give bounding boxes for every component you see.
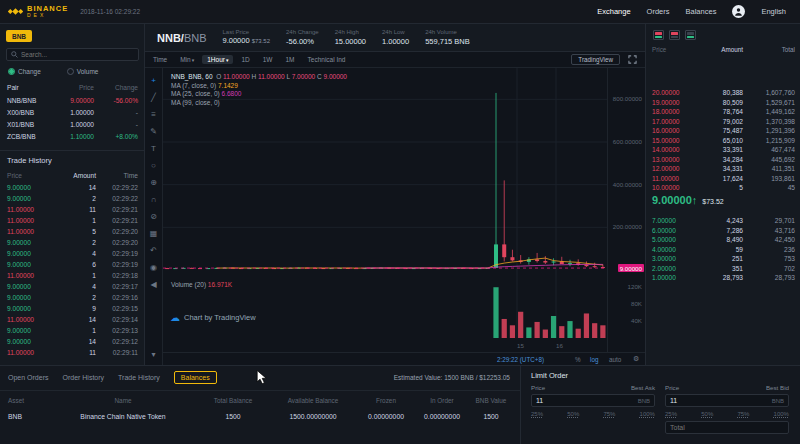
buy-percent-links: 25%50%75%100% [531,411,655,417]
bid-row[interactable]: 7.000004,24329,701 [646,216,800,226]
auto-scale-button[interactable]: auto [609,356,621,363]
collapse-left-icon[interactable]: ◀ [147,277,161,291]
trade-time: 02:29:17 [96,283,138,290]
shapes-icon[interactable]: ○ [147,158,161,172]
bid-row[interactable]: 2.00000351702 [646,264,800,274]
chart-footer: 2:29:22 (UTC+8) % log auto ⚙ [163,352,645,365]
percent-scale-button[interactable]: % [575,356,581,363]
zoom-icon[interactable]: ⊕ [147,175,161,189]
ask-row[interactable]: 15.0000065,0101,215,909 [646,136,800,146]
undo-icon[interactable]: ↶ [147,243,161,257]
interval-1hour[interactable]: 1Hour▾ [202,55,233,64]
magnet-icon[interactable]: ∩ [147,192,161,206]
bid-row[interactable]: 1.0000028,79328,793 [646,273,800,283]
buy-price-label: Price [531,384,545,391]
brush-icon[interactable]: ✎ [147,124,161,138]
ask-row[interactable]: 19.0000080,5091,529,671 [646,98,800,108]
chart-toolbar: TimeMin▾1Hour▾1D1W1M Technical Ind Tradi… [145,52,645,68]
language-selector[interactable]: English [761,7,786,16]
nav-balances[interactable]: Balances [686,7,717,16]
interval-1w[interactable]: 1W [258,55,278,64]
hide-drawings-icon[interactable]: ⊘ [147,209,161,223]
tradingview-watermark[interactable]: ☁ Chart by TradingView [170,312,256,323]
snapshot-icon[interactable]: ◉ [147,260,161,274]
trade-price: 9.00000 [7,195,51,202]
technical-ind-button[interactable]: Technical Ind [303,55,351,64]
total-input[interactable] [670,424,784,431]
bid-amount: 4,243 [696,217,743,224]
buy-percent-100[interactable]: 100% [640,411,655,417]
pair-row[interactable]: X01/BNB1.00000- [0,118,145,130]
buy-price-input[interactable] [536,397,638,404]
ask-total: 411,351 [743,165,795,172]
pair-name: ZCB/BNB [7,133,55,140]
top-bar: BINANCE DEX 2018-11-16 02:29:22 Exchange… [0,0,800,24]
object-tree-icon[interactable]: ▦ [147,226,161,240]
book-mode-bids-icon[interactable] [685,30,696,40]
ask-row[interactable]: 14.0000033,391467,474 [646,145,800,155]
market-tab-bnb[interactable]: BNB [6,30,32,42]
collapse-toolbar-icon[interactable]: ▾ [147,347,161,361]
tradingview-button[interactable]: TradingView [571,54,620,65]
bid-row[interactable]: 6.000007,28643,716 [646,226,800,236]
nav-exchange[interactable]: Exchange [597,7,630,16]
interval-1m[interactable]: 1M [281,55,300,64]
ask-total: 1,529,671 [743,99,795,106]
trade-time: 02:29:20 [96,239,138,246]
pair-row[interactable]: X00/BNB1.00000- [0,106,145,118]
sell-price-input[interactable] [670,397,772,404]
ask-row[interactable]: 13.0000034,284445,692 [646,155,800,165]
tab-trade-history[interactable]: Trade History [118,374,160,381]
bid-row[interactable]: 5.000008,49042,450 [646,235,800,245]
binance-dex-logo[interactable]: BINANCE DEX [8,4,68,19]
tab-order-history[interactable]: Order History [62,374,104,381]
log-scale-button[interactable]: log [590,356,598,363]
interval-min[interactable]: Min▾ [175,55,199,64]
pair-row[interactable]: ZCB/BNB1.10000+8.00% [0,130,145,142]
tab-open-orders[interactable]: Open Orders [8,374,48,381]
buy-percent-25[interactable]: 25% [531,411,543,417]
ask-row[interactable]: 10.00000545 [646,183,800,193]
buy-percent-75[interactable]: 75% [603,411,615,417]
pair-change: -56.00% [94,97,138,104]
sell-percent-25[interactable]: 25% [665,411,677,417]
chart-settings-gear-icon[interactable]: ⚙ [633,355,639,363]
sell-form: Price Best Bid BNB 25%50%75%100% [665,384,789,434]
bid-row[interactable]: 4.0000059236 [646,245,800,255]
radio-change[interactable]: Change [8,68,41,75]
buy-percent-50[interactable]: 50% [567,411,579,417]
trade-row: 9.00000202:29:22 [0,193,145,204]
interval-1d[interactable]: 1D [236,55,254,64]
book-mode-all-icon[interactable] [653,30,664,40]
trade-row: 9.00000602:29:19 [0,259,145,270]
best-bid-link[interactable]: Best Bid [766,384,789,391]
ask-row[interactable]: 20.0000080,3881,607,760 [646,88,800,98]
account-avatar-icon[interactable] [732,5,745,18]
book-mode-asks-icon[interactable] [669,30,680,40]
sell-percent-100[interactable]: 100% [774,411,789,417]
ask-amount: 34,284 [696,156,743,163]
nav-orders[interactable]: Orders [647,7,670,16]
radio-volume[interactable]: Volume [67,68,99,75]
best-ask-link[interactable]: Best Ask [631,384,655,391]
ask-row[interactable]: 11.0000017,624193,861 [646,174,800,184]
price-axis[interactable]: 800.00000600.00000400.00000200.00000120K… [607,68,645,365]
ask-row[interactable]: 12.0000034,331411,351 [646,164,800,174]
ask-row[interactable]: 17.0000079,0021,370,398 [646,117,800,127]
ask-row[interactable]: 16.0000075,4871,291,396 [646,126,800,136]
tab-balances[interactable]: Balances [174,371,217,384]
bottom-panel: Open OrdersOrder HistoryTrade HistoryBal… [0,365,520,444]
bid-row[interactable]: 3.00000251753 [646,254,800,264]
fib-retracement-icon[interactable]: ≡ [147,107,161,121]
crosshair-icon[interactable]: + [147,73,161,87]
trend-line-icon[interactable]: ╱ [147,90,161,104]
sell-percent-75[interactable]: 75% [737,411,749,417]
search-input[interactable] [21,51,131,58]
fullscreen-icon[interactable] [628,55,637,65]
sell-percent-50[interactable]: 50% [701,411,713,417]
text-tool-icon[interactable]: T [147,141,161,155]
interval-time[interactable]: Time [148,55,172,64]
pair-search[interactable] [6,48,139,61]
ask-row[interactable]: 18.0000078,7641,449,162 [646,107,800,117]
pair-row[interactable]: NNB/BNB9.00000-56.00% [0,94,145,106]
